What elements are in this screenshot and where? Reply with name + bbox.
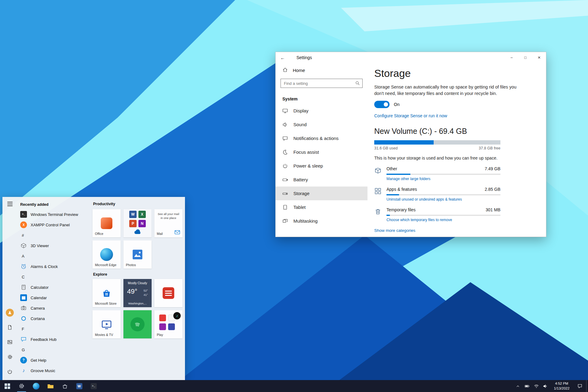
app-row-windows-terminal[interactable]: >_ Windows Terminal Preview <box>19 209 92 220</box>
tile-spotify[interactable] <box>123 310 152 338</box>
tile-microsoft-edge[interactable]: Microsoft Edge <box>92 240 121 269</box>
wifi-icon[interactable] <box>532 380 541 392</box>
taskbar-clock[interactable]: 4:52 PM 1/13/2022 <box>550 381 573 391</box>
app-label: Calculator <box>31 285 49 290</box>
nav-item-power-sleep[interactable]: Power & sleep <box>276 159 368 173</box>
start-menu: Recently added >_ Windows Terminal Previ… <box>2 197 185 380</box>
app-label: Feedback Hub <box>31 337 57 342</box>
search-icon[interactable] <box>355 81 360 87</box>
toggle-knob <box>384 102 388 107</box>
tile-play-group[interactable]: ♪ Play <box>154 310 183 338</box>
letter-separator[interactable]: # <box>19 230 92 240</box>
taskbar-store-button[interactable] <box>58 380 72 392</box>
category-row-apps[interactable]: Apps & features 2.85 GB Uninstall unused… <box>374 187 500 202</box>
storage-sense-toggle[interactable] <box>374 101 390 108</box>
tile-movies-tv[interactable]: Movies & TV <box>92 310 121 338</box>
category-size: 7.49 GB <box>485 166 500 171</box>
nav-item-tablet[interactable]: Tablet <box>276 200 368 214</box>
clock-date: 1/13/2022 <box>550 386 573 391</box>
app-row-calendar[interactable]: Calendar <box>19 292 92 303</box>
app-row-feedback-hub[interactable]: Feedback Hub <box>19 334 92 345</box>
letter-separator[interactable]: C <box>19 272 92 282</box>
app-row-alarms-clock[interactable]: Alarms & Clock <box>19 261 92 272</box>
letter-separator[interactable]: G <box>19 345 92 355</box>
search-box <box>281 79 363 88</box>
expand-menu-icon[interactable] <box>7 202 13 206</box>
group-label-explore[interactable]: Explore <box>93 272 107 277</box>
tile-mail[interactable]: See all your mail in one place Mail <box>154 209 183 237</box>
weather-condition: Mostly Cloudy <box>123 281 152 285</box>
nav-item-storage[interactable]: Storage <box>276 187 368 200</box>
category-link[interactable]: Choose which temporary files to remove <box>386 218 452 222</box>
show-more-categories-link[interactable]: Show more categories <box>374 228 415 233</box>
pictures-icon[interactable] <box>7 339 13 346</box>
start-rail-bottom <box>6 309 14 376</box>
start-button[interactable] <box>0 380 14 392</box>
nav-item-display[interactable]: Display <box>276 104 368 118</box>
taskbar-edge-button[interactable] <box>29 380 43 392</box>
back-button[interactable]: ← <box>276 55 290 60</box>
search-input[interactable] <box>281 79 363 88</box>
app-label: Windows Terminal Preview <box>31 212 78 217</box>
tray-chevron-icon[interactable] <box>513 380 522 392</box>
app-row-get-help[interactable]: ? Get Help <box>19 355 92 365</box>
category-row-other[interactable]: Other 7.49 GB Manage other large folders <box>374 166 500 181</box>
other-category-icon <box>374 166 382 181</box>
taskbar-file-explorer-button[interactable] <box>43 380 58 392</box>
letter-separator[interactable]: F <box>19 324 92 334</box>
tile-label: Movies & TV <box>95 333 113 337</box>
action-center-button[interactable] <box>573 380 586 392</box>
app-row-calculator[interactable]: Calculator <box>19 282 92 292</box>
app-row-cortana[interactable]: Cortana <box>19 313 92 324</box>
nav-item-notifications[interactable]: Notifications & actions <box>276 131 368 145</box>
settings-gear-icon[interactable] <box>7 354 13 361</box>
battery-icon[interactable] <box>522 380 532 392</box>
documents-icon[interactable] <box>7 325 13 331</box>
disk-usage-fill <box>374 140 434 145</box>
minimize-button[interactable]: – <box>505 52 518 63</box>
category-link[interactable]: Uninstall unused or undesired apps & fea… <box>386 197 462 202</box>
tile-photos[interactable]: Photos <box>123 240 152 269</box>
letter-separator[interactable]: A <box>19 251 92 261</box>
taskbar-word-button[interactable]: W <box>72 380 86 392</box>
app-icon <box>159 323 166 330</box>
user-avatar[interactable] <box>6 309 14 317</box>
clock-icon <box>20 263 27 270</box>
app-row-groove-music[interactable]: ♪ Groove Music <box>19 365 92 376</box>
nav-item-focus-assist[interactable]: Focus assist <box>276 145 368 159</box>
category-row-temporary-files[interactable]: Temporary files 301 MB Choose which temp… <box>374 207 500 222</box>
category-name: Other <box>386 166 397 171</box>
group-label-productivity[interactable]: Productivity <box>93 202 115 206</box>
tile-weather[interactable]: Mostly Cloudy 49° 52° 41° Washington,... <box>123 279 152 307</box>
category-link[interactable]: Manage other large folders <box>386 177 430 181</box>
play-mini-icons <box>159 315 175 330</box>
tiktok-icon: ♪ <box>173 312 181 319</box>
configure-storage-sense-link[interactable]: Configure Storage Sense or run it now <box>374 113 447 118</box>
tile-office[interactable]: Office <box>92 209 121 237</box>
sidebar-item-home[interactable]: Home <box>276 64 368 76</box>
settings-titlebar[interactable]: ← Settings – □ ✕ <box>276 52 546 63</box>
show-desktop-button[interactable] <box>586 380 588 392</box>
maximize-button[interactable]: □ <box>518 52 532 63</box>
power-icon[interactable] <box>7 369 13 376</box>
tablet-icon <box>282 205 288 210</box>
speaker-icon[interactable] <box>541 380 550 392</box>
xampp-icon: X <box>20 221 27 228</box>
taskbar-terminal-button[interactable]: >_ <box>86 380 101 392</box>
nav-item-multitasking[interactable]: Multitasking <box>276 214 368 228</box>
app-label: Calendar <box>31 296 47 300</box>
section-label-system: System <box>282 96 368 101</box>
app-row-xampp[interactable]: X XAMPP Control Panel <box>19 220 92 230</box>
taskbar-settings-button[interactable] <box>14 380 29 392</box>
store-bag-icon <box>62 383 68 389</box>
spotify-icon <box>130 317 145 331</box>
app-row-camera[interactable]: Camera <box>19 303 92 313</box>
action-center-icon <box>577 383 582 389</box>
nav-item-battery[interactable]: Battery <box>276 173 368 187</box>
nav-item-sound[interactable]: Sound <box>276 118 368 131</box>
tile-news[interactable] <box>154 279 183 307</box>
tile-microsoft-store[interactable]: Microsoft Store <box>92 279 121 307</box>
tile-office-apps-cluster[interactable]: W X P N <box>123 209 152 237</box>
close-button[interactable]: ✕ <box>532 52 546 63</box>
app-row-3d-viewer[interactable]: 3D Viewer <box>19 240 92 251</box>
